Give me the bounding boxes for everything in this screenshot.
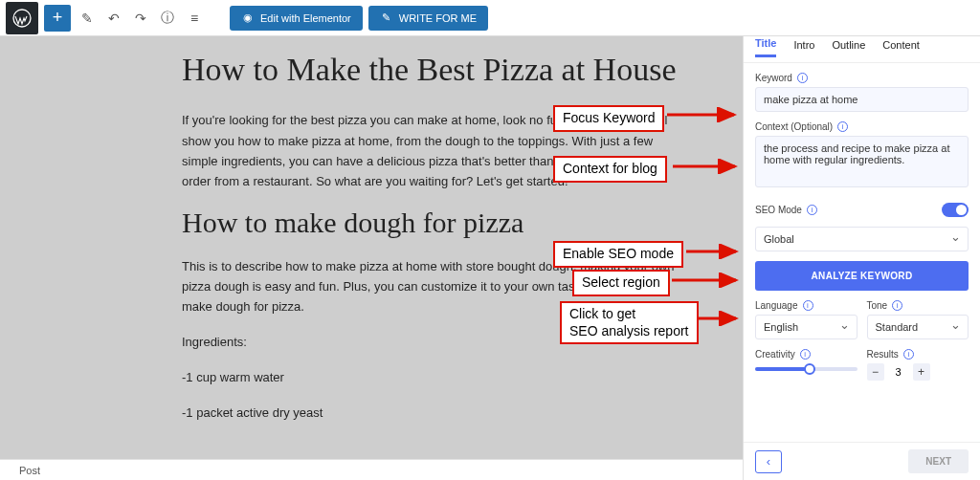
redo-icon[interactable]: ↷ [130, 8, 151, 29]
undo-icon[interactable]: ↶ [103, 8, 124, 29]
info-icon[interactable]: i [903, 349, 914, 360]
annotation-analyze: Click to getSEO analysis report [560, 301, 699, 344]
annotation-seo-mode: Enable SEO mode [553, 241, 683, 268]
slider-thumb[interactable] [804, 363, 815, 375]
heading[interactable]: How to make dough for pizza [182, 207, 679, 239]
add-block-button[interactable]: + [44, 5, 71, 32]
info-icon[interactable]: ⓘ [157, 8, 178, 29]
annotation-focus-keyword: Focus Keyword [553, 105, 664, 132]
write-for-me-label: WRITE FOR ME [399, 12, 477, 24]
tab-content[interactable]: Content [882, 39, 920, 56]
panel-footer: ‹ NEXT [744, 442, 980, 480]
edit-elementor-label: Edit with Elementor [260, 12, 351, 24]
pencil-icon[interactable]: ✎ [77, 8, 98, 29]
results-value: 3 [888, 366, 909, 378]
tab-outline[interactable]: Outline [832, 39, 865, 56]
wordpress-logo[interactable] [6, 2, 38, 34]
context-input[interactable]: the process and recipe to make pizza at … [755, 136, 969, 187]
info-icon[interactable]: i [837, 121, 848, 132]
results-label: Results i [867, 349, 969, 360]
context-label: Context (Optional) i [755, 121, 969, 132]
post-title[interactable]: How to Make the Best Pizza at House [182, 50, 679, 89]
results-stepper: − 3 + [867, 363, 969, 381]
language-select[interactable]: English [755, 315, 858, 339]
decrement-button[interactable]: − [867, 363, 884, 381]
keyword-input[interactable] [755, 87, 969, 112]
info-icon[interactable]: i [803, 300, 813, 311]
panel-body: Keyword i Context (Optional) i the proce… [744, 63, 980, 442]
annotation-region: Select region [572, 270, 670, 296]
keyword-label: Keyword i [755, 73, 969, 83]
back-button[interactable]: ‹ [755, 450, 782, 473]
panel-tabs: Title Intro Outline Content [744, 33, 980, 63]
write-for-me-button[interactable]: ✎ WRITE FOR ME [368, 6, 488, 31]
tab-intro[interactable]: Intro [793, 39, 814, 56]
region-select[interactable]: Global [755, 227, 969, 251]
outline-icon[interactable]: ≡ [184, 8, 205, 29]
arrow-icon [686, 244, 746, 259]
status-text: Post [19, 465, 40, 476]
edit-elementor-button[interactable]: ◉ Edit with Elementor [230, 6, 363, 31]
creativity-label: Creativity i [755, 349, 858, 360]
tone-select[interactable]: Standard [867, 315, 969, 339]
paragraph[interactable]: -1 packet active dry yeast [182, 403, 679, 423]
info-icon[interactable]: i [892, 300, 902, 311]
info-icon[interactable]: i [797, 73, 808, 83]
seo-mode-label: SEO Mode i [755, 205, 817, 215]
info-icon[interactable]: i [800, 349, 811, 360]
creativity-slider[interactable] [755, 367, 858, 371]
paragraph[interactable]: -1 cup warm water [182, 367, 679, 387]
analyze-keyword-button[interactable]: ANALYZE KEYWORD [755, 261, 969, 291]
next-button[interactable]: NEXT [908, 449, 969, 473]
info-icon[interactable]: i [807, 205, 817, 215]
tab-title[interactable]: Title [755, 37, 776, 57]
arrow-icon [672, 273, 746, 288]
arrow-icon [673, 159, 745, 174]
arrow-icon [667, 107, 744, 122]
annotation-context: Context for blog [553, 156, 667, 183]
arrow-icon [696, 311, 746, 326]
genie-panel: genie ✕ Title Intro Outline Content Keyw… [743, 0, 980, 480]
increment-button[interactable]: + [913, 363, 930, 381]
tone-label: Tone i [867, 300, 969, 311]
language-label: Language i [755, 300, 858, 311]
top-toolbar: + ✎ ↶ ↷ ⓘ ≡ ◉ Edit with Elementor ✎ WRIT… [0, 0, 980, 36]
status-bar: Post [0, 459, 743, 480]
seo-mode-toggle[interactable] [942, 203, 969, 217]
elementor-icon: ◉ [241, 11, 255, 25]
pen-icon: ✎ [380, 11, 393, 25]
